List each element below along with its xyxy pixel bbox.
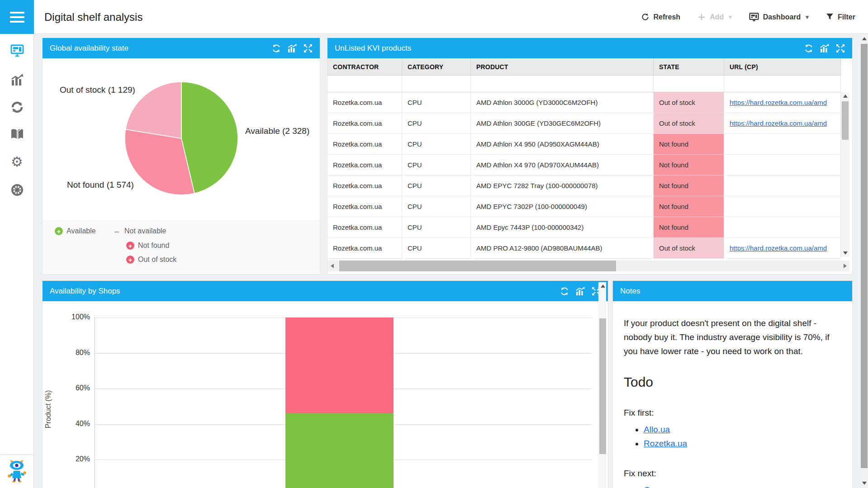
filter-cell[interactable] <box>327 76 402 92</box>
cell-product: AMD EPYC 7302P (100-000000049) <box>471 196 654 217</box>
chart-mode-icon[interactable] <box>288 44 297 53</box>
notes-body: If your product doesn't present on the d… <box>624 301 843 488</box>
fix-first-list: Allo.uaRozetka.ua <box>644 422 843 450</box>
sidebar-item-sync[interactable] <box>0 101 34 114</box>
dashboard-menu-button[interactable]: Dashboard ▾ <box>749 13 809 22</box>
cell-product: AMD Athlon X4 970 (AD970XAUM44AB) <box>471 155 654 175</box>
legend-item-out-of-stock[interactable]: +Out of stock <box>126 256 176 264</box>
cell-product: AMD Epyc 7443P (100-000000342) <box>471 217 654 237</box>
cell-product: AMD Athlon X4 950 (AD950XAGM44AB) <box>471 134 654 154</box>
table-row[interactable]: Rozetka.com.uaCPUAMD Athlon 300GE (YD30G… <box>327 113 841 134</box>
cell-category: CPU <box>402 196 471 217</box>
cell-contractor: Rozetka.com.ua <box>327 92 402 113</box>
product-url-link[interactable]: https://hard.rozetka.com.ua/amd <box>730 99 827 106</box>
mascot-icon[interactable] <box>7 458 27 485</box>
table-horizontal-scrollbar[interactable] <box>327 261 849 271</box>
todo-list-item: Rozetka.ua <box>644 436 843 450</box>
cell-contractor: Rozetka.com.ua <box>327 155 402 175</box>
sidebar-item-reference-book[interactable] <box>0 128 34 141</box>
table-row[interactable]: Rozetka.com.uaCPUAMD Epyc 7443P (100-000… <box>327 217 841 238</box>
sync-circle-icon <box>11 101 24 114</box>
cell-category: CPU <box>402 113 471 133</box>
cell-state: Not found <box>654 217 724 237</box>
product-url-link[interactable]: https://hard.rozetka.com.ua/amd <box>730 244 827 252</box>
product-url-link[interactable]: https://hard.rozetka.com.ua/amd <box>730 119 827 127</box>
pie-chart[interactable] <box>123 81 239 196</box>
y-axis-label: Product (%) <box>44 371 52 448</box>
table-row[interactable]: Rozetka.com.uaCPUAMD EPYC 7302P (100-000… <box>327 196 841 217</box>
legend-label: Out of stock <box>138 256 176 264</box>
maximize-icon[interactable] <box>304 44 313 53</box>
filter-cell[interactable] <box>471 76 654 92</box>
y-tick-label: 20% <box>62 455 90 463</box>
column-header[interactable]: URL (CP) <box>724 58 841 75</box>
shop-link[interactable]: Allo.ua <box>644 425 670 434</box>
cell-contractor: Rozetka.com.ua <box>327 196 402 217</box>
table-row[interactable]: Rozetka.com.uaCPUAMD Athlon X4 970 (AD97… <box>327 155 841 175</box>
panel-notes: Notes If your product doesn't present on… <box>612 280 853 488</box>
chart-vertical-scrollbar[interactable] <box>598 282 606 488</box>
refresh-button[interactable]: Refresh <box>641 13 681 21</box>
topbar-actions: Refresh Add ▾ Dashboard ▾ Filte <box>641 0 855 34</box>
maximize-icon[interactable] <box>836 44 845 53</box>
panel-unlisted-kvi: UnListed KVI products CONTRACTORCATEGORY… <box>327 38 853 275</box>
add-button[interactable]: Add ▾ <box>697 13 732 21</box>
legend-item-available[interactable]: +Available <box>55 227 96 235</box>
filter-button[interactable]: Filter <box>826 13 855 21</box>
table-row[interactable]: Rozetka.com.uaCPUAMD EPYC 7282 Tray (100… <box>327 175 841 196</box>
fix-first-label: Fix first: <box>624 408 843 418</box>
table-row[interactable]: Rozetka.com.uaCPUAMD Athlon X4 950 (AD95… <box>327 134 841 155</box>
refresh-icon[interactable] <box>272 44 281 53</box>
table-row[interactable]: Rozetka.com.uaCPUAMD Athlon 3000G (YD300… <box>327 92 841 113</box>
hamburger-menu-button[interactable] <box>0 0 34 34</box>
filter-cell[interactable] <box>654 76 724 92</box>
pie-legend: +Available–Not available+Not found+Out o… <box>43 221 320 274</box>
sidebar-item-analytics[interactable] <box>0 74 34 86</box>
panel-header: Global availability state <box>43 38 320 58</box>
pie-label-available: Available (2 328) <box>245 126 309 136</box>
sidebar-item-wheel[interactable] <box>0 184 34 196</box>
page-vertical-scrollbar[interactable] <box>860 34 868 488</box>
table-row[interactable]: Rozetka.com.uaCPUAMD PRO A12-9800 (AD980… <box>327 238 841 259</box>
panel-header: Availability by Shops <box>43 281 608 301</box>
legend-label: Not found <box>138 242 169 250</box>
column-header[interactable]: CATEGORY <box>402 58 471 75</box>
cell-product: AMD EPYC 7282 Tray (100-000000078) <box>471 175 654 196</box>
wheel-icon <box>11 184 24 196</box>
legend-item-not-available[interactable]: –Not available <box>113 227 166 235</box>
cell-url <box>724 196 841 217</box>
cell-state: Not found <box>654 134 724 154</box>
table-header-row: CONTRACTORCATEGORYPRODUCTSTATEURL (CP) <box>327 58 841 76</box>
shop-link[interactable]: Rozetka.ua <box>644 439 687 448</box>
column-header[interactable]: PRODUCT <box>471 58 654 75</box>
refresh-icon[interactable] <box>804 44 813 53</box>
column-header[interactable]: STATE <box>654 58 724 75</box>
sidebar-item-settings[interactable]: ⚙ <box>0 156 34 168</box>
bar-segment-not-available[interactable] <box>285 317 394 413</box>
cell-url <box>724 155 841 175</box>
chart-mode-icon[interactable] <box>820 44 829 53</box>
table-vertical-scrollbar[interactable] <box>841 92 849 257</box>
panel-title: UnListed KVI products <box>335 44 411 53</box>
sidebar-item-dashboard[interactable] <box>0 44 34 57</box>
cell-contractor: Rozetka.com.ua <box>327 134 402 154</box>
panel-availability-by-shops: Availability by Shops Product (%) 100%80… <box>42 280 608 488</box>
refresh-icon[interactable] <box>560 287 569 296</box>
minus-icon: – <box>113 227 121 235</box>
bar-chart: Product (%) 100%80%60%40%20% <box>43 301 608 488</box>
panel-global-availability: Global availability state Out of stock (… <box>42 38 320 275</box>
dashboard-monitor-icon <box>10 44 24 57</box>
filter-cell[interactable] <box>724 76 841 92</box>
bar-segment-available[interactable] <box>285 413 394 488</box>
legend-label: Not available <box>124 227 166 235</box>
shop-link[interactable]: Can.ua <box>644 485 671 488</box>
column-header[interactable]: CONTRACTOR <box>327 58 402 75</box>
cell-state: Not found <box>654 196 724 217</box>
cell-url: https://hard.rozetka.com.ua/amd <box>724 113 841 133</box>
open-book-icon <box>10 128 24 140</box>
pie-slice-out-of-stock[interactable] <box>126 82 181 138</box>
filter-cell[interactable] <box>402 76 471 92</box>
legend-item-not-found[interactable]: +Not found <box>126 242 169 250</box>
chart-mode-icon[interactable] <box>576 287 585 296</box>
notes-heading: Todo <box>624 374 843 390</box>
